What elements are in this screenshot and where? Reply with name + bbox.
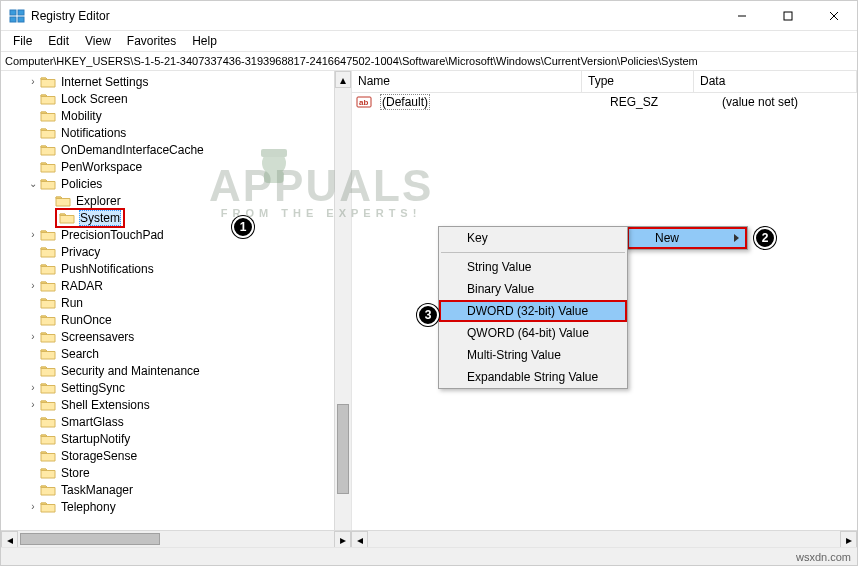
tree-item-penworkspace[interactable]: PenWorkspace: [1, 158, 351, 175]
tree-item-label: Telephony: [60, 500, 117, 514]
expander-icon[interactable]: ›: [26, 229, 40, 240]
context-menu-parent: New: [626, 226, 748, 250]
registry-tree[interactable]: ›Internet SettingsLock ScreenMobilityNot…: [1, 71, 351, 517]
tree-hscroll-thumb[interactable]: [20, 533, 160, 545]
list-body[interactable]: ab (Default) REG_SZ (value not set): [352, 93, 857, 111]
expander-icon[interactable]: ›: [26, 331, 40, 342]
scroll-right-icon[interactable]: ▸: [334, 531, 351, 548]
tree-item-privacy[interactable]: Privacy: [1, 243, 351, 260]
tree-item-telephony[interactable]: ›Telephony: [1, 498, 351, 515]
scroll-left-icon[interactable]: ◂: [1, 531, 18, 548]
close-button[interactable]: [811, 1, 857, 31]
expander-icon[interactable]: ⌄: [26, 178, 40, 189]
expander-icon[interactable]: ›: [26, 76, 40, 87]
menu-help[interactable]: Help: [184, 32, 225, 50]
column-data[interactable]: Data: [694, 71, 857, 92]
context-item-expandable[interactable]: Expandable String Value: [439, 366, 627, 388]
tree-item-label: Search: [60, 347, 100, 361]
address-bar[interactable]: Computer\HKEY_USERS\S-1-5-21-3407337436-…: [1, 51, 857, 71]
tree-item-pushnotifications[interactable]: PushNotifications: [1, 260, 351, 277]
tree-item-startupnotify[interactable]: StartupNotify: [1, 430, 351, 447]
expander-icon[interactable]: ›: [26, 501, 40, 512]
tree-item-internet-settings[interactable]: ›Internet Settings: [1, 73, 351, 90]
context-item-key[interactable]: Key: [439, 227, 627, 249]
tree-item-screensavers[interactable]: ›Screensavers: [1, 328, 351, 345]
tree-item-run[interactable]: Run: [1, 294, 351, 311]
tree-item-shell-extensions[interactable]: ›Shell Extensions: [1, 396, 351, 413]
tree-item-label: Mobility: [60, 109, 103, 123]
window-controls: [719, 1, 857, 31]
tree-item-taskmanager[interactable]: TaskManager: [1, 481, 351, 498]
menu-edit[interactable]: Edit: [40, 32, 77, 50]
svg-rect-3: [18, 17, 24, 22]
tree-item-explorer[interactable]: Explorer: [1, 192, 351, 209]
tree-item-storagesense[interactable]: StorageSense: [1, 447, 351, 464]
menu-view[interactable]: View: [77, 32, 119, 50]
context-item-new[interactable]: New: [627, 227, 747, 249]
tree-item-label: StorageSense: [60, 449, 138, 463]
folder-icon: [40, 500, 56, 514]
context-item-qword[interactable]: QWORD (64-bit) Value: [439, 322, 627, 344]
context-item-binary[interactable]: Binary Value: [439, 278, 627, 300]
list-row[interactable]: ab (Default) REG_SZ (value not set): [352, 93, 857, 111]
menu-favorites[interactable]: Favorites: [119, 32, 184, 50]
tree-item-runonce[interactable]: RunOnce: [1, 311, 351, 328]
tree-item-label: RADAR: [60, 279, 104, 293]
tree-item-label: PenWorkspace: [60, 160, 143, 174]
svg-rect-5: [784, 12, 792, 20]
tree-horizontal-scrollbar[interactable]: ◂ ▸: [1, 530, 351, 547]
tree-item-notifications[interactable]: Notifications: [1, 124, 351, 141]
tree-item-precisiontouchpad[interactable]: ›PrecisionTouchPad: [1, 226, 351, 243]
folder-icon: [40, 126, 56, 140]
folder-icon: [40, 466, 56, 480]
folder-icon: [40, 347, 56, 361]
folder-icon: [40, 262, 56, 276]
tree-item-system[interactable]: System: [1, 209, 351, 226]
folder-icon: [40, 109, 56, 123]
tree-item-radar[interactable]: ›RADAR: [1, 277, 351, 294]
callout-3: 3: [417, 304, 439, 326]
context-item-string[interactable]: String Value: [439, 256, 627, 278]
tree-item-lock-screen[interactable]: Lock Screen: [1, 90, 351, 107]
scroll-right-icon[interactable]: ▸: [840, 531, 857, 548]
tree-item-policies[interactable]: ⌄Policies: [1, 175, 351, 192]
tree-item-label: Notifications: [60, 126, 127, 140]
column-name[interactable]: Name: [352, 71, 582, 92]
tree-item-smartglass[interactable]: SmartGlass: [1, 413, 351, 430]
svg-text:ab: ab: [359, 98, 368, 107]
menu-file[interactable]: File: [5, 32, 40, 50]
tree-item-security-and-maintenance[interactable]: Security and Maintenance: [1, 362, 351, 379]
folder-icon: [40, 143, 56, 157]
tree-item-ondemandinterfacecache[interactable]: OnDemandInterfaceCache: [1, 141, 351, 158]
list-horizontal-scrollbar[interactable]: ◂ ▸: [351, 530, 857, 547]
tree-item-store[interactable]: Store: [1, 464, 351, 481]
tree-item-label: System: [79, 210, 121, 226]
context-menu-new: Key String Value Binary Value DWORD (32-…: [438, 226, 628, 389]
expander-icon[interactable]: ›: [26, 399, 40, 410]
expander-icon[interactable]: ›: [26, 280, 40, 291]
context-item-multistring[interactable]: Multi-String Value: [439, 344, 627, 366]
scroll-left-icon[interactable]: ◂: [351, 531, 368, 548]
callout-1: 1: [232, 216, 254, 238]
tree-item-label: StartupNotify: [60, 432, 131, 446]
folder-icon: [40, 75, 56, 89]
minimize-button[interactable]: [719, 1, 765, 31]
folder-icon: [40, 432, 56, 446]
tree-item-label: Screensavers: [60, 330, 135, 344]
tree-scroll-thumb[interactable]: [337, 404, 349, 494]
tree-vertical-scrollbar[interactable]: ▴ ▾: [334, 71, 351, 547]
tree-item-label: TaskManager: [60, 483, 134, 497]
tree-item-label: PrecisionTouchPad: [60, 228, 165, 242]
regedit-icon: [9, 8, 25, 24]
maximize-button[interactable]: [765, 1, 811, 31]
tree-item-settingsync[interactable]: ›SettingSync: [1, 379, 351, 396]
tree-item-search[interactable]: Search: [1, 345, 351, 362]
svg-rect-1: [18, 10, 24, 15]
scroll-up-icon[interactable]: ▴: [335, 71, 351, 88]
tree-item-label: SettingSync: [60, 381, 126, 395]
context-item-dword[interactable]: DWORD (32-bit) Value: [439, 300, 627, 322]
expander-icon[interactable]: ›: [26, 382, 40, 393]
registry-path: Computer\HKEY_USERS\S-1-5-21-3407337436-…: [5, 55, 698, 67]
column-type[interactable]: Type: [582, 71, 694, 92]
tree-item-mobility[interactable]: Mobility: [1, 107, 351, 124]
